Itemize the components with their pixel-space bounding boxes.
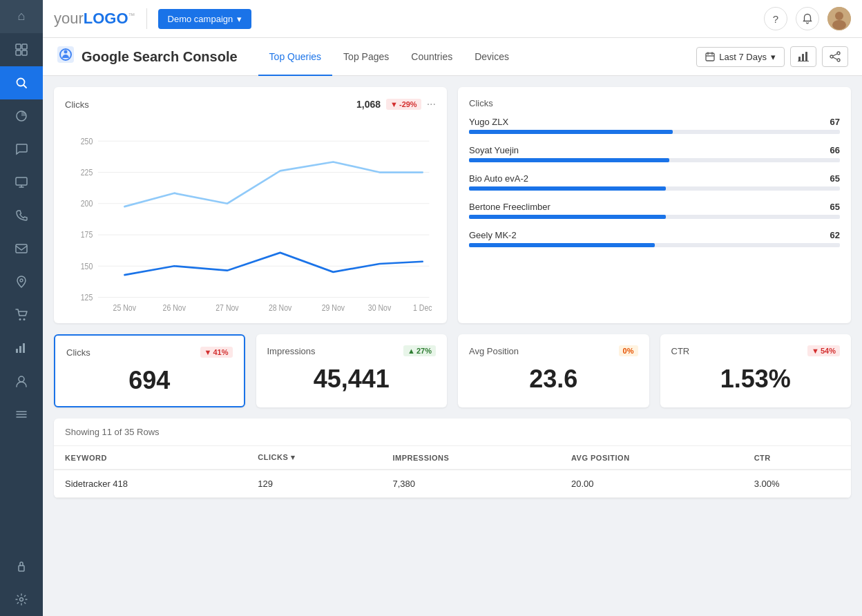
help-button[interactable]: ? [764, 7, 787, 30]
svg-text:200: 200 [81, 200, 93, 209]
svg-rect-2 [16, 50, 21, 55]
svg-text:175: 175 [81, 231, 93, 240]
list-item: Geely MK-2 62 [469, 230, 840, 247]
sidebar-item-settings[interactable] [0, 583, 43, 616]
data-table: KEYWORD CLICKS ▾ IMPRESSIONS AVG POSITIO… [54, 446, 851, 498]
col-clicks[interactable]: CLICKS ▾ [247, 446, 381, 470]
stat-clicks-badge: ▼41% [200, 347, 233, 358]
svg-point-22 [20, 598, 23, 601]
main-area: yourLOGO™ Demo campaign ▾ ? [43, 0, 862, 616]
subheader-right: Last 7 Days ▾ [696, 46, 848, 67]
tab-top-pages[interactable]: Top Pages [332, 39, 400, 77]
date-label: Last 7 Days [719, 52, 767, 62]
svg-point-28 [64, 50, 68, 54]
tab-devices[interactable]: Devices [463, 39, 520, 77]
svg-text:225: 225 [81, 168, 93, 177]
svg-point-4 [17, 79, 25, 86]
cell-keyword: Sidetracker 418 [54, 470, 247, 498]
sidebar-item-users[interactable] [0, 365, 43, 398]
svg-rect-33 [798, 57, 801, 61]
demo-campaign-button[interactable]: Demo campaign ▾ [158, 9, 252, 29]
tab-top-queries[interactable]: Top Queries [258, 39, 332, 77]
sort-icon: ▾ [291, 453, 296, 461]
sidebar-item-location[interactable] [0, 265, 43, 298]
svg-point-25 [832, 20, 846, 30]
sidebar-item-cart[interactable] [0, 298, 43, 331]
stat-avg-position[interactable]: Avg Position 0% 23.6 [458, 334, 649, 407]
bar-label: Bertone Freeclimber [469, 202, 550, 212]
svg-point-24 [835, 12, 843, 20]
svg-rect-1 [22, 44, 27, 49]
svg-point-13 [23, 318, 26, 320]
stat-avg-position-badge: 0% [619, 345, 638, 356]
stat-ctr[interactable]: CTR ▼54% 1.53% [660, 334, 852, 407]
svg-text:150: 150 [81, 262, 93, 271]
date-filter-button[interactable]: Last 7 Days ▾ [696, 47, 785, 67]
sidebar-item-phone[interactable] [0, 199, 43, 232]
svg-rect-34 [802, 54, 804, 61]
stat-clicks[interactable]: Clicks ▼41% 694 [54, 334, 245, 407]
svg-text:25 Nov: 25 Nov [113, 303, 137, 312]
svg-text:1 Dec: 1 Dec [413, 303, 432, 312]
table-info: Showing 11 of 35 Rows [54, 418, 851, 446]
list-item: Bio Auto evA-2 65 [469, 173, 840, 191]
svg-point-17 [19, 376, 24, 382]
svg-rect-14 [16, 349, 18, 353]
svg-rect-35 [805, 52, 807, 61]
table-header-row: KEYWORD CLICKS ▾ IMPRESSIONS AVG POSITIO… [54, 446, 851, 470]
chart-view-button[interactable] [790, 46, 816, 67]
svg-text:30 Nov: 30 Nov [368, 303, 392, 312]
cell-avg-position: 20.00 [560, 470, 743, 498]
svg-rect-0 [16, 44, 21, 49]
svg-rect-29 [706, 53, 714, 61]
bar-label: Soyat Yuejin [469, 145, 519, 155]
svg-text:29 Nov: 29 Nov [322, 303, 345, 312]
stat-clicks-value: 694 [66, 366, 233, 395]
svg-text:250: 250 [81, 137, 93, 146]
avatar[interactable] [827, 7, 851, 30]
svg-line-5 [24, 86, 27, 88]
svg-point-37 [837, 52, 840, 55]
sidebar-item-monitor[interactable] [0, 166, 43, 199]
topbar-right: ? [764, 7, 851, 30]
stat-ctr-badge: ▼54% [807, 345, 840, 356]
svg-rect-3 [22, 50, 27, 55]
sidebar-item-analytics[interactable] [0, 331, 43, 365]
stat-ctr-label: CTR [671, 346, 690, 356]
sidebar-item-dashboard[interactable] [0, 33, 43, 66]
sidebar-item-search[interactable] [0, 66, 43, 99]
bar-count: 66 [830, 145, 840, 155]
more-options-button[interactable]: ··· [427, 98, 436, 110]
logo-area: yourLOGO™ [54, 10, 135, 28]
bar-label: Bio Auto evA-2 [469, 173, 528, 184]
subheader: Google Search Console Top Queries Top Pa… [43, 38, 862, 76]
col-ctr: CTR [743, 446, 851, 470]
bar-label: Yugo ZLX [469, 117, 508, 127]
sidebar-item-chat[interactable] [0, 133, 43, 166]
bar-label: Geely MK-2 [469, 230, 517, 240]
notification-button[interactable] [796, 7, 819, 30]
stat-impressions[interactable]: Impressions ▲27% 45,441 [256, 334, 448, 407]
chart-badge: ▼ -29% [386, 99, 421, 110]
col-avg-position: AVG POSITION [560, 446, 743, 470]
logo-text: yourLOGO™ [54, 10, 135, 28]
sidebar-item-list[interactable] [0, 398, 43, 431]
console-icon [57, 46, 75, 68]
chart-area: 250 225 200 175 150 125 25 Nov 26 Nov 27… [65, 119, 436, 312]
sidebar-item-reports[interactable] [0, 99, 43, 133]
tab-countries[interactable]: Countries [400, 39, 463, 77]
cell-impressions: 7,380 [381, 470, 560, 498]
content: Clicks 1,068 ▼ -29% ··· [43, 76, 862, 616]
bar-title: Clicks [469, 98, 493, 108]
date-dropdown-icon: ▾ [771, 52, 776, 62]
share-button[interactable] [822, 46, 848, 67]
sidebar: ⌂ [0, 0, 43, 616]
sidebar-item-home[interactable]: ⌂ [0, 0, 43, 33]
sidebar-item-plugin[interactable] [0, 550, 43, 583]
svg-text:28 Nov: 28 Nov [269, 303, 292, 312]
page-title: Google Search Console [82, 49, 238, 65]
col-keyword: KEYWORD [54, 446, 247, 470]
sidebar-item-mail[interactable] [0, 232, 43, 265]
table-row[interactable]: Sidetracker 418 129 7,380 20.00 3.00% [54, 470, 851, 498]
svg-text:27 Nov: 27 Nov [216, 303, 239, 312]
